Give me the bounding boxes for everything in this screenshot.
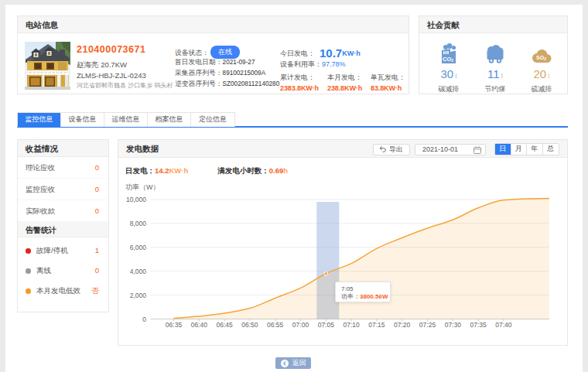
coal-saving-item: 11t 节约煤 [471, 39, 519, 94]
fault-shutdown-value: 1 [95, 241, 99, 261]
offline-dot-icon [26, 268, 31, 274]
tab-operation-info[interactable]: 运维信息 [104, 113, 148, 127]
first-generation-date-label: 首日发电日期： [175, 58, 223, 66]
low-efficiency-value: 否 [92, 281, 100, 301]
svg-text:0: 0 [142, 316, 146, 323]
offline-value: 0 [95, 261, 99, 281]
online-status-badge: 在线 [210, 46, 240, 59]
station-panel-title: 电站信息 [18, 16, 409, 33]
social-panel-title: 社会贡献 [419, 16, 567, 33]
today-generation-unit: KW·h [342, 49, 361, 57]
svg-text:06:55: 06:55 [267, 321, 284, 329]
svg-text:6,000: 6,000 [130, 244, 147, 251]
actual-received-row: 实际收款 0 [18, 200, 108, 222]
co2-reduction-label: 碳减排 [425, 84, 473, 94]
device-status-label: 设备状态： [175, 49, 209, 56]
tab-location-info[interactable]: 定位信息 [191, 113, 234, 127]
monitored-receivable-value: 0 [95, 179, 99, 200]
revenue-panel-title: 收益情况 [18, 140, 108, 157]
coal-saving-label: 节约煤 [471, 84, 519, 94]
svg-text:10,000: 10,000 [126, 196, 146, 203]
month-generation-value: 238.8KW·h [327, 84, 362, 92]
tab-bar: 监控信息 设备信息 运维信息 档案信息 定位信息 [17, 112, 235, 127]
station-owner: 赵海亮 20.7KW [77, 60, 127, 70]
collector-serial-row: 采集器序列号：89100215009A [175, 69, 265, 78]
monitored-receivable-label: 监控应收 [26, 185, 55, 193]
collector-serial-value: 89100215009A [223, 70, 266, 77]
station-id: 210400073671 [77, 44, 145, 55]
svg-text:8,000: 8,000 [130, 220, 147, 227]
svg-text:07:00: 07:00 [292, 321, 309, 329]
svg-text:2,000: 2,000 [130, 292, 147, 299]
inverter-serial-label: 逆变器序列号： [175, 80, 223, 87]
inverter-serial-value: SZ00208112140280 [223, 80, 280, 87]
tooltip-time: 7:05 [341, 285, 390, 293]
svg-text:06:40: 06:40 [191, 321, 208, 329]
total-generation-label: 累计发电： [280, 73, 315, 81]
per-watt-generation-stat: 单瓦发电： 83.8KW·h [371, 73, 405, 92]
svg-text:06:45: 06:45 [216, 321, 233, 329]
svg-text:06:50: 06:50 [241, 321, 258, 329]
first-generation-date-value: 2021-09-27 [223, 59, 255, 66]
fault-shutdown-label: 故障/停机 [36, 246, 68, 254]
tooltip-power-label: 功率： [341, 293, 360, 300]
tooltip-power-value: 3800.56W [360, 293, 388, 300]
tooltip-power-row: 功率：3800.56W [341, 293, 390, 301]
monitored-receivable-row: 监控应收 0 [18, 179, 108, 200]
theoretical-receivable-label: 理论应收 [26, 163, 55, 172]
svg-text:07:15: 07:15 [368, 321, 385, 329]
tab-archive-info[interactable]: 档案信息 [148, 113, 191, 127]
fault-dot-icon [26, 248, 31, 254]
low-efficiency-row: 本月发电低效 否 [18, 281, 108, 301]
coal-saving-unit: t [501, 72, 503, 80]
svg-text:07:20: 07:20 [394, 321, 411, 329]
svg-text:07:10: 07:10 [343, 321, 360, 329]
inverter-serial-row: 逆变器序列号：SZ00208112140280 [175, 80, 279, 89]
first-generation-date-row: 首日发电日期：2021-09-27 [175, 58, 255, 67]
today-generation-value: 10.7 [320, 46, 342, 60]
svg-text:07:30: 07:30 [445, 321, 462, 329]
low-efficiency-dot-icon [26, 288, 31, 294]
utilization-label: 设备利用率： [280, 60, 322, 68]
svg-text:07:25: 07:25 [419, 321, 436, 329]
today-generation-row: 今日发电：10.7KW·h [280, 45, 361, 59]
svg-text:06:35: 06:35 [166, 321, 183, 329]
coal-saving-number: 11 [487, 67, 500, 80]
fault-shutdown-row: 故障/停机 1 [18, 241, 108, 261]
co2-reduction-number: 30 [440, 67, 453, 80]
utilization-row: 设备利用率：97.78% [280, 60, 346, 70]
svg-text:07:40: 07:40 [495, 321, 512, 329]
so2-reduction-number: 20 [533, 67, 546, 80]
back-button-label: 返回 [292, 358, 306, 368]
utilization-value: 97.78% [322, 60, 346, 68]
so2-reduction-label: 硫减排 [518, 84, 566, 94]
actual-received-label: 实际收款 [26, 206, 55, 215]
today-generation-label: 今日发电： [280, 49, 315, 57]
so2-reduction-unit: t [548, 72, 549, 80]
tab-device-info[interactable]: 设备信息 [61, 113, 104, 127]
month-generation-label: 本月发电： [327, 73, 362, 81]
svg-text:SO2: SO2 [536, 55, 546, 61]
power-line-chart[interactable]: 02,0004,0006,0008,00010,00006:3506:4006:… [118, 140, 569, 346]
so2-reduction-item: SO2 20t 硫减排 [518, 39, 566, 94]
so2-cloud-icon: SO2 [518, 39, 566, 64]
total-generation-stat: 累计发电： 2383.8KW·h [280, 73, 319, 92]
offline-label: 离线 [36, 266, 51, 275]
low-efficiency-label: 本月发电低效 [36, 286, 80, 295]
so2-reduction-value: 20t [518, 67, 566, 80]
per-watt-generation-label: 单瓦发电： [371, 73, 405, 81]
month-generation-stat: 本月发电： 238.8KW·h [327, 73, 362, 92]
theoretical-receivable-row: 理论应收 0 [18, 157, 108, 179]
co2-reduction-value: 30t [425, 67, 473, 80]
co2-factory-icon: CO2 [425, 39, 473, 64]
back-chevron-icon [281, 360, 289, 367]
svg-text:07:35: 07:35 [470, 321, 487, 329]
collector-serial-label: 采集器序列号： [175, 69, 223, 77]
tab-monitoring-info[interactable]: 监控信息 [18, 113, 61, 127]
station-photo [25, 42, 70, 90]
generation-data-panel: 发电数据 导出 2021-10-01 [118, 139, 568, 346]
alarm-section-title: 告警统计 [18, 221, 108, 237]
svg-text:4,000: 4,000 [130, 268, 147, 275]
revenue-panel: 收益情况 理论应收 0 监控应收 0 实际收款 0 告警统计 故障/停机 1 离… [17, 139, 109, 312]
back-button[interactable]: 返回 [275, 357, 311, 369]
